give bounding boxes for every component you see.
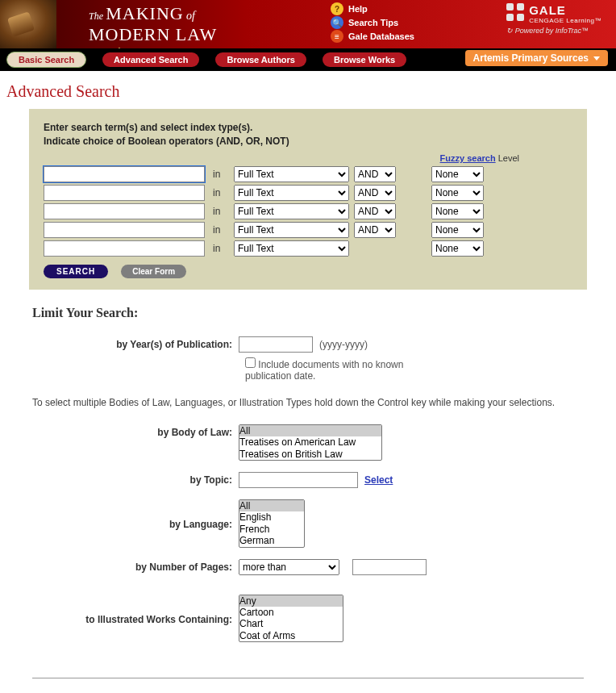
field-select-4[interactable]: Full Text (234, 222, 349, 238)
language-select[interactable]: All English French German (239, 499, 305, 548)
body-label: by Body of Law: (32, 424, 239, 438)
topic-input[interactable] (239, 472, 358, 488)
illustrated-select[interactable]: Any Cartoon Chart Coat of Arms (239, 595, 343, 643)
site-title: The MAKING of MODERN LAW Legal Treatises… (56, 0, 217, 48)
pages-operator-select[interactable]: more than (239, 559, 339, 575)
fuzzy-select-1[interactable]: None (431, 166, 484, 182)
search-term-4[interactable] (44, 222, 205, 238)
illustrated-label: to Illustrated Works Containing: (32, 595, 239, 625)
page-title: Advanced Search (0, 71, 616, 109)
gale-databases-link[interactable]: ≡Gale Databases (331, 30, 414, 44)
search-term-5[interactable] (44, 240, 205, 257)
gavel-image (0, 0, 56, 48)
artemis-dropdown[interactable]: Artemis Primary Sources (465, 50, 608, 66)
search-term-2[interactable] (44, 185, 205, 201)
pages-label: by Number of Pages: (32, 559, 239, 573)
multi-select-note: To select multiple Bodies of Law, Langua… (32, 396, 584, 410)
field-select-1[interactable]: Full Text (234, 166, 349, 182)
nav-advanced-search[interactable]: Advanced Search (102, 52, 199, 67)
clear-form-button[interactable]: Clear Form (121, 265, 186, 278)
help-icon: ? (331, 2, 343, 15)
nav-browse-works[interactable]: Browse Works (323, 52, 406, 67)
in-label: in (213, 169, 224, 180)
field-select-2[interactable]: Full Text (234, 185, 349, 201)
topic-label: by Topic: (32, 472, 239, 486)
gale-branding: GALE CENGAGE Learning™ Powered by InfoTr… (506, 3, 601, 35)
divider (32, 678, 584, 678)
search-button[interactable]: SEARCH (44, 265, 108, 278)
nav-browse-authors[interactable]: Browse Authors (215, 52, 306, 67)
nav-basic-search[interactable]: Basic Search (6, 52, 86, 68)
databases-icon: ≡ (331, 30, 343, 43)
year-label: by Year(s) of Publication: (32, 336, 239, 350)
fuzzy-select-2[interactable]: None (431, 185, 484, 201)
bool-select-3[interactable]: AND (354, 203, 396, 219)
limit-title: Limit Your Search: (32, 306, 584, 320)
year-input[interactable] (239, 336, 313, 353)
field-select-3[interactable]: Full Text (234, 203, 349, 219)
pages-input[interactable] (352, 559, 427, 575)
search-tips-link[interactable]: 🔍Search Tips (331, 16, 414, 30)
search-term-1[interactable] (44, 166, 205, 182)
language-label: by Language: (32, 499, 239, 530)
fuzzy-select-4[interactable]: None (431, 222, 484, 238)
search-term-3[interactable] (44, 203, 205, 219)
fuzzy-search-link[interactable]: Fuzzy search (440, 153, 496, 163)
include-unknown-checkbox[interactable] (245, 357, 256, 368)
instruction-1: Enter search term(s) and select index ty… (44, 122, 572, 133)
include-unknown-label: Include documents with no known publicat… (245, 359, 403, 382)
fuzzy-header: Fuzzy search Level (44, 153, 519, 163)
help-link[interactable]: ?Help (331, 2, 414, 16)
body-of-law-select[interactable]: All Treatises on American Law Treatises … (239, 424, 382, 461)
bool-select-2[interactable]: AND (354, 185, 396, 201)
gale-logo-icon (506, 3, 524, 21)
search-tips-icon: 🔍 (331, 16, 343, 29)
bool-select-4[interactable]: AND (354, 222, 396, 238)
year-hint: (yyyy-yyyy) (319, 339, 368, 350)
fuzzy-select-5[interactable]: None (431, 240, 484, 257)
fuzzy-select-3[interactable]: None (431, 203, 484, 219)
chevron-down-icon (593, 56, 600, 61)
field-select-5[interactable]: Full Text (234, 240, 349, 257)
bool-select-1[interactable]: AND (354, 166, 396, 182)
topic-select-link[interactable]: Select (364, 474, 393, 486)
instruction-2: Indicate choice of Boolean operators (AN… (44, 136, 572, 147)
